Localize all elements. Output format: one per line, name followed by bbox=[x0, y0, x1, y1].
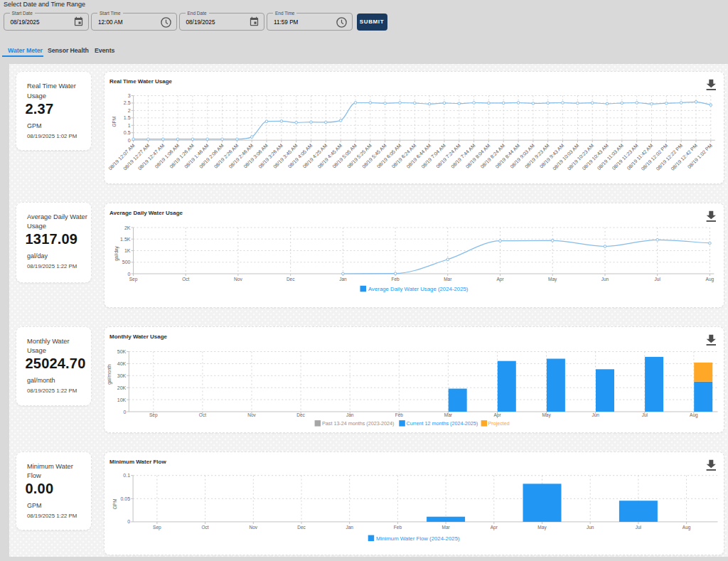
svg-text:Jul: Jul bbox=[636, 525, 642, 530]
svg-text:50K: 50K bbox=[117, 349, 127, 354]
svg-text:Oct: Oct bbox=[199, 412, 206, 417]
svg-text:08/19 10:23 AM: 08/19 10:23 AM bbox=[567, 143, 595, 171]
svg-text:Aug: Aug bbox=[682, 525, 691, 530]
svg-text:2: 2 bbox=[128, 108, 131, 113]
svg-text:Oct: Oct bbox=[182, 277, 189, 282]
svg-text:0: 0 bbox=[128, 271, 131, 276]
svg-text:Dec: Dec bbox=[287, 277, 295, 282]
svg-text:Dec: Dec bbox=[297, 525, 306, 530]
svg-text:Jul: Jul bbox=[655, 277, 661, 282]
svg-text:GPM: GPM bbox=[112, 117, 117, 127]
svg-text:2.5: 2.5 bbox=[124, 100, 131, 105]
svg-text:Jan: Jan bbox=[346, 412, 354, 417]
svg-text:Feb: Feb bbox=[391, 277, 400, 282]
svg-text:Jan: Jan bbox=[346, 525, 353, 530]
svg-text:Apr: Apr bbox=[493, 412, 501, 417]
svg-text:0: 0 bbox=[128, 138, 131, 143]
svg-text:Projected: Projected bbox=[488, 420, 510, 427]
svg-text:Apr: Apr bbox=[491, 525, 498, 530]
svg-text:Jul: Jul bbox=[642, 412, 648, 417]
svg-text:Apr: Apr bbox=[496, 277, 504, 282]
svg-text:gal/month: gal/month bbox=[107, 363, 112, 384]
svg-text:Past 13-24 months (2023-2024): Past 13-24 months (2023-2024) bbox=[322, 420, 395, 427]
svg-text:gal/day: gal/day bbox=[114, 245, 119, 261]
svg-text:Nov: Nov bbox=[247, 412, 256, 417]
svg-text:1: 1 bbox=[128, 123, 131, 128]
svg-text:Monthly Water Usage: Monthly Water Usage bbox=[109, 333, 168, 340]
svg-text:08/19 12:27 AM: 08/19 12:27 AM bbox=[122, 143, 151, 171]
svg-text:Aug: Aug bbox=[690, 412, 698, 417]
svg-text:Feb: Feb bbox=[394, 525, 402, 530]
svg-text:Aug: Aug bbox=[706, 277, 714, 282]
svg-text:Nov: Nov bbox=[234, 277, 242, 282]
svg-text:Sep: Sep bbox=[153, 525, 161, 530]
svg-text:Jun: Jun bbox=[601, 277, 609, 282]
svg-text:08/19 12:07 AM: 08/19 12:07 AM bbox=[107, 143, 136, 171]
svg-text:1K: 1K bbox=[124, 248, 131, 253]
svg-text:0.1: 0.1 bbox=[123, 473, 130, 478]
svg-text:Real Time Water Usage: Real Time Water Usage bbox=[109, 78, 173, 85]
svg-text:Mar: Mar bbox=[441, 525, 450, 530]
svg-text:Sep: Sep bbox=[129, 277, 138, 282]
svg-text:Feb: Feb bbox=[395, 412, 404, 417]
svg-text:08/19 10:43 AM: 08/19 10:43 AM bbox=[582, 143, 610, 171]
svg-text:Jan: Jan bbox=[339, 277, 347, 282]
svg-text:GPM: GPM bbox=[112, 498, 117, 509]
svg-text:Sep: Sep bbox=[149, 412, 158, 417]
svg-text:Average Daily Water Usage (202: Average Daily Water Usage (2024-2025) bbox=[368, 286, 469, 292]
svg-text:3: 3 bbox=[128, 93, 131, 98]
svg-text:Dec: Dec bbox=[296, 412, 305, 417]
svg-text:0.05: 0.05 bbox=[120, 496, 130, 501]
svg-text:500: 500 bbox=[122, 260, 131, 265]
svg-text:May: May bbox=[542, 412, 551, 417]
svg-text:10K: 10K bbox=[117, 397, 127, 402]
svg-text:Mar: Mar bbox=[444, 412, 453, 417]
svg-text:1.5K: 1.5K bbox=[120, 236, 131, 241]
svg-text:40K: 40K bbox=[117, 360, 127, 365]
svg-text:May: May bbox=[537, 525, 547, 530]
svg-text:Oct: Oct bbox=[202, 525, 209, 530]
svg-text:Average Daily Water Usage: Average Daily Water Usage bbox=[109, 210, 183, 216]
svg-text:08/19 12:42 PM: 08/19 12:42 PM bbox=[670, 143, 698, 171]
svg-text:0: 0 bbox=[127, 519, 130, 524]
svg-text:0: 0 bbox=[123, 409, 126, 414]
svg-text:30K: 30K bbox=[117, 373, 127, 378]
svg-text:0.5: 0.5 bbox=[124, 130, 131, 135]
svg-text:Mar: Mar bbox=[444, 277, 452, 282]
svg-text:2K: 2K bbox=[124, 225, 131, 230]
svg-text:08/19 12:02 PM: 08/19 12:02 PM bbox=[641, 143, 669, 171]
svg-text:Minimum Water Flow (2024-2025): Minimum Water Flow (2024-2025) bbox=[376, 535, 460, 542]
svg-text:Jun: Jun bbox=[592, 412, 599, 417]
svg-text:Current 12 months (2024-2025): Current 12 months (2024-2025) bbox=[407, 420, 478, 427]
svg-text:20K: 20K bbox=[117, 385, 127, 390]
svg-text:08/19 11:03 AM: 08/19 11:03 AM bbox=[596, 143, 624, 171]
svg-text:08/19 11:23 AM: 08/19 11:23 AM bbox=[611, 143, 639, 171]
svg-text:May: May bbox=[548, 277, 557, 282]
svg-text:08/19 11:42 AM: 08/19 11:42 AM bbox=[626, 143, 653, 171]
svg-text:Jun: Jun bbox=[587, 525, 594, 530]
svg-text:08/19 10:03 AM: 08/19 10:03 AM bbox=[552, 143, 580, 171]
svg-text:1.5: 1.5 bbox=[124, 115, 131, 120]
svg-text:08/19 12:47 AM: 08/19 12:47 AM bbox=[137, 143, 166, 171]
svg-text:Minimum Water Flow: Minimum Water Flow bbox=[109, 459, 166, 465]
svg-text:Nov: Nov bbox=[250, 525, 258, 530]
svg-text:08/19 12:22 PM: 08/19 12:22 PM bbox=[655, 143, 683, 171]
